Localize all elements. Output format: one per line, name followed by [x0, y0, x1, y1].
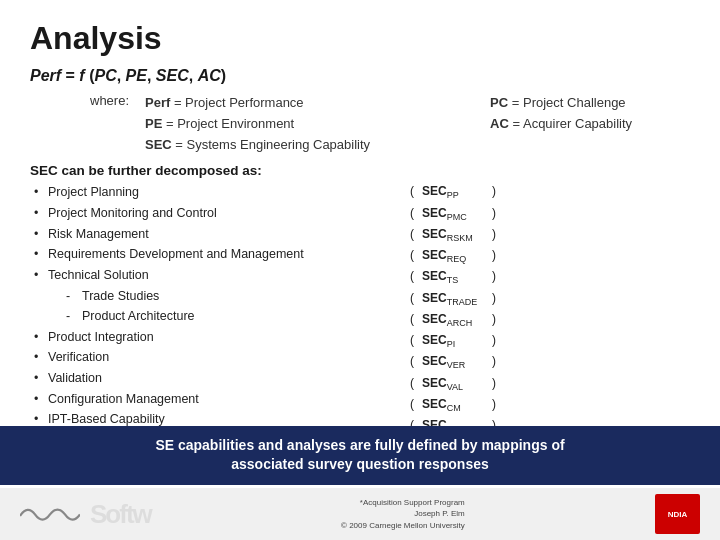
- sec-code-row: ( SECREQ ): [410, 246, 690, 267]
- def-sec: SEC = Systems Engineering Capability: [145, 135, 370, 156]
- open-paren: (: [410, 395, 422, 415]
- sec-code-row: ( SECPI ): [410, 331, 690, 352]
- close-paren: ): [492, 310, 504, 330]
- def-perf: Perf = Project Performance: [145, 93, 370, 114]
- close-paren: ): [492, 395, 504, 415]
- sec-header: SEC can be further decomposed as:: [30, 163, 690, 178]
- open-paren: (: [410, 331, 422, 351]
- sec-code: SECARCH: [422, 310, 492, 331]
- attribution3: © 2009 Carnegie Mellon University: [341, 520, 465, 531]
- bullet-icon: •: [30, 368, 48, 389]
- bullet-icon: •: [30, 347, 48, 368]
- sec-code-row: ( SECVER ): [410, 352, 690, 373]
- sub-item-label: Trade Studies: [82, 286, 159, 307]
- where-section: where: Perf = Project Performance PE = P…: [90, 93, 690, 155]
- list-item: • Configuration Management: [30, 389, 410, 410]
- where-definitions: Perf = Project Performance PE = Project …: [145, 93, 370, 155]
- close-paren: ): [492, 182, 504, 202]
- bullet-icon: •: [30, 224, 48, 245]
- sub-item-label: Product Architecture: [82, 306, 195, 327]
- close-paren: ): [492, 246, 504, 266]
- attribution1: *Acquisition Support Program: [341, 497, 465, 508]
- attribution2: Joseph P. Elm: [341, 508, 465, 519]
- softw-text: Softw: [90, 499, 151, 530]
- sec-code-row: ( SECPP ): [410, 182, 690, 203]
- item-label: Configuration Management: [48, 389, 199, 410]
- sec-code: SECVAL: [422, 374, 492, 395]
- item-label: Project Monitoring and Control: [48, 203, 217, 224]
- sec-code: SECTRADE: [422, 289, 492, 310]
- sec-code: SECREQ: [422, 246, 492, 267]
- sec-codes-list: ( SECPP ) ( SECPMC ) ( SECRSKM ) ( SECRE…: [410, 182, 690, 437]
- sub-list-item: - Trade Studies: [66, 286, 410, 307]
- item-label: Verification: [48, 347, 109, 368]
- bullet-icon: •: [30, 182, 48, 203]
- wave-logo: [20, 499, 80, 529]
- sec-code-row: ( SECVAL ): [410, 374, 690, 395]
- bullet-icon: •: [30, 203, 48, 224]
- open-paren: (: [410, 246, 422, 266]
- sec-code-row: ( SECTRADE ): [410, 289, 690, 310]
- sec-code: SECPMC: [422, 204, 492, 225]
- item-label: Technical Solution: [48, 265, 149, 286]
- open-paren: (: [410, 267, 422, 287]
- slide: Analysis Perf = f (PC, PE, SEC, AC) wher…: [0, 0, 720, 540]
- close-paren: ): [492, 352, 504, 372]
- close-paren: ): [492, 331, 504, 351]
- banner-line2: associated survey question responses: [20, 455, 700, 475]
- where-label: where:: [90, 93, 145, 155]
- dash-icon: -: [66, 306, 82, 327]
- sec-code: SECVER: [422, 352, 492, 373]
- list-item: • Risk Management: [30, 224, 410, 245]
- open-paren: (: [410, 225, 422, 245]
- item-label: Validation: [48, 368, 102, 389]
- item-label: Requirements Development and Management: [48, 244, 304, 265]
- def-pc: PC = Project Challenge: [490, 93, 632, 114]
- sec-code: SECTS: [422, 267, 492, 288]
- open-paren: (: [410, 352, 422, 372]
- item-label: Product Integration: [48, 327, 154, 348]
- dash-icon: -: [66, 286, 82, 307]
- bullet-icon: •: [30, 265, 48, 286]
- bullet-icon: •: [30, 389, 48, 410]
- formula-text: Perf = f (PC, PE, SEC, AC): [30, 67, 226, 84]
- open-paren: (: [410, 310, 422, 330]
- sec-code: SECPP: [422, 182, 492, 203]
- banner-line1: SE capabilities and analyses are fully d…: [20, 436, 700, 456]
- bullet-icon: •: [30, 327, 48, 348]
- open-paren: (: [410, 182, 422, 202]
- sec-code-row: ( SECCM ): [410, 395, 690, 416]
- ndia-text: NDIA: [668, 510, 688, 519]
- item-label: Risk Management: [48, 224, 149, 245]
- close-paren: ): [492, 204, 504, 224]
- def-ac: AC = Acquirer Capability: [490, 114, 632, 135]
- sub-list-item: - Product Architecture: [66, 306, 410, 327]
- sec-code: SECRSKM: [422, 225, 492, 246]
- sec-code-row: ( SECPMC ): [410, 204, 690, 225]
- footer-attribution: *Acquisition Support Program Joseph P. E…: [341, 497, 465, 531]
- ndia-logo: NDIA: [655, 494, 700, 534]
- formula-line: Perf = f (PC, PE, SEC, AC): [30, 67, 690, 85]
- close-paren: ): [492, 289, 504, 309]
- sec-code-row: ( SECRSKM ): [410, 225, 690, 246]
- list-item: • Requirements Development and Managemen…: [30, 244, 410, 265]
- sec-code: SECCM: [422, 395, 492, 416]
- list-item: • Project Planning: [30, 182, 410, 203]
- list-item: • Validation: [30, 368, 410, 389]
- decomposition-section: • Project Planning • Project Monitoring …: [30, 182, 690, 437]
- sec-code-row: ( SECARCH ): [410, 310, 690, 331]
- bullet-list: • Project Planning • Project Monitoring …: [30, 182, 410, 437]
- close-paren: ): [492, 374, 504, 394]
- close-paren: ): [492, 267, 504, 287]
- footer-logos: Softw: [20, 499, 151, 530]
- item-label: Project Planning: [48, 182, 139, 203]
- def-pe: PE = Project Environment: [145, 114, 370, 135]
- footer: Softw *Acquisition Support Program Josep…: [0, 488, 720, 540]
- sec-code: SECPI: [422, 331, 492, 352]
- list-item: • Technical Solution: [30, 265, 410, 286]
- sec-code-row: ( SECTS ): [410, 267, 690, 288]
- list-item: • Project Monitoring and Control: [30, 203, 410, 224]
- page-title: Analysis: [30, 20, 690, 57]
- where-right-definitions: PC = Project Challenge AC = Acquirer Cap…: [490, 93, 632, 155]
- bottom-banner: SE capabilities and analyses are fully d…: [0, 426, 720, 485]
